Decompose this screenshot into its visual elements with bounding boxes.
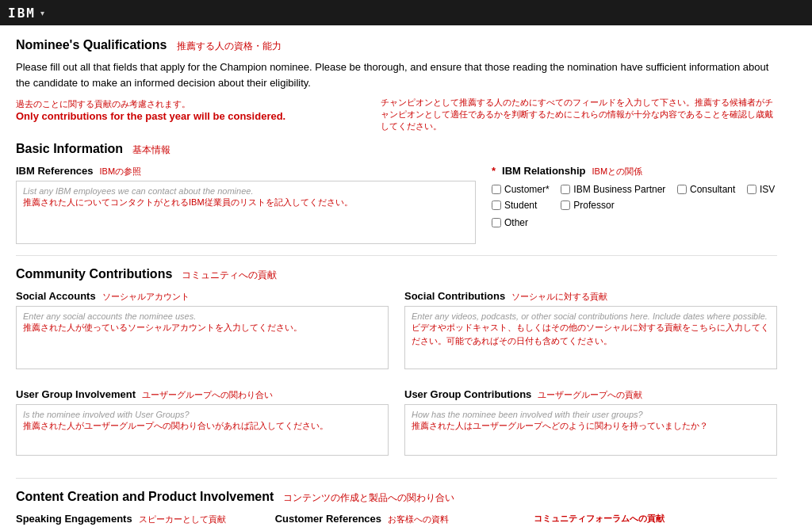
basic-info-section: Basic Information 基本情報 IBM References IB… [16,142,777,244]
student-checkbox[interactable] [492,200,501,210]
warning-row: 過去のことに関する貢献のみ考慮されます。 Only contributions … [16,97,777,132]
speaking-jp: スピーカーとして貢献 [139,514,226,525]
checkbox-customer[interactable]: Customer* [492,184,551,195]
ibm-references-jp-text: 推薦された人についてコンタクトがとれるIBM従業員のリストを記入してください。 [23,196,469,209]
user-group-jp-text: 推薦された人がユーザーグループへの関わり合いがあれば記入してください。 [23,419,381,433]
ibm-logo: IBM [8,6,36,21]
community-contributions-section: Community Contributions コミュニティへの貢献 Socia… [16,267,777,467]
isv-label: ISV [760,184,775,195]
social-contributions-label-text: Social Contributions [404,290,505,302]
customer-ref-label-text: Customer References [275,513,381,525]
ibm-references-label-text: IBM References [16,165,94,177]
community-heading: Community Contributions コミュニティへの貢献 [16,267,777,282]
customer-label: Customer* [504,184,550,195]
main-content: Nominee's Qualifications 推薦する人の資格・能力 Ple… [0,25,793,527]
intro-paragraph: Please fill out all that fields that app… [16,59,777,90]
basic-info-row: IBM References IBMの参照 List any IBM emplo… [16,165,777,244]
warning-left: 過去のことに関する貢献のみ考慮されます。 Only contributions … [16,97,349,132]
user-group-placeholder: Is the nominee involved with User Groups… [23,410,381,419]
consultant-checkbox[interactable] [677,185,687,194]
social-row: Social Accounts ソーシャルアカウント Enter any soc… [16,290,777,380]
content-creation-section: Content Creation and Product Involvement… [16,490,777,527]
speaking-label-text: Speaking Engagements [16,513,132,525]
social-accounts-placeholder: Enter any social accounts the nominee us… [23,311,381,321]
community-forum-jp: コミュニティフォーラムへの貢献 [534,513,665,525]
warning-right: チャンピオンとして推薦する人のためにすべてのフィールドを入力して下さい。推薦する… [381,97,777,132]
ibm-references-textarea-container: List any IBM employees we can contact ab… [16,181,476,244]
social-contributions-jp: ソーシャルに対する貢献 [511,291,607,303]
ibm-references-label: IBM References IBMの参照 [16,165,476,178]
community-forum-label: コミュニティフォーラムへの貢献 Community Forum Contribu… [534,513,777,527]
social-contributions-textarea-container: Enter any videos, podcasts, or other soc… [404,306,777,369]
customer-references-group: Customer References お客様への資料 Please list … [275,513,519,527]
social-accounts-label: Social Accounts ソーシャルアカウント [16,290,389,303]
ibm-bp-label: IBM Business Partner [573,184,665,195]
social-accounts-textarea-container: Enter any social accounts the nominee us… [16,306,389,369]
user-group-contributions-placeholder: How has the nominee been involved with t… [412,410,770,419]
ibm-relationship-jp: IBMとの関係 [592,166,643,178]
checkbox-other[interactable]: Other [492,217,551,228]
social-contributions-group: Social Contributions ソーシャルに対する貢献 Enter a… [404,290,777,369]
community-jp: コミュニティへの貢献 [182,269,277,282]
other-label: Other [504,217,528,228]
checkbox-consultant[interactable]: Consultant [677,184,737,195]
warning-en: Only contributions for the past year wil… [16,110,349,122]
section-divider-2 [16,478,777,479]
user-group-row: User Group Involvement ユーザーグループへの関わり合い I… [16,388,777,467]
user-group-contributions-textarea-container: How has the nominee been involved with t… [404,404,777,456]
user-group-contributions-group: User Group Contributions ユーザーグループへの貢献 Ho… [404,388,777,456]
user-group-jp: ユーザーグループへの関わり合い [142,389,273,401]
community-title: Community Contributions [16,267,172,281]
user-group-contributions-jp: ユーザーグループへの貢献 [538,389,642,401]
ibm-bp-checkbox[interactable] [561,185,570,194]
content-creation-jp: コンテンツの作成と製品への関わり合い [283,491,454,505]
customer-ref-label: Customer References お客様への資料 [275,513,519,525]
qualifications-heading: Nominee's Qualifications 推薦する人の資格・能力 [16,38,777,53]
social-accounts-jp-text: 推薦された人が使っているソーシャルアカウントを入力してください。 [23,321,381,334]
professor-label: Professor [573,200,614,211]
qualifications-jp: 推薦する人の資格・能力 [177,40,282,53]
content-creation-row: Speaking Engagements スピーカーとして貢献 Provide … [16,513,777,527]
speaking-label: Speaking Engagements スピーカーとして貢献 [16,513,259,525]
speaking-engagements-group: Speaking Engagements スピーカーとして貢献 Provide … [16,513,259,527]
ibm-references-placeholder: List any IBM employees we can contact ab… [23,186,469,196]
checkbox-ibmbp[interactable]: IBM Business Partner [561,184,668,195]
warning-jp-right: チャンピオンとして推薦する人のためにすべてのフィールドを入力して下さい。推薦する… [381,97,777,132]
user-group-contributions-label-text: User Group Contributions [404,388,531,400]
content-creation-heading: Content Creation and Product Involvement… [16,490,777,505]
customer-ref-jp: お客様への資料 [388,514,449,525]
user-group-label-text: User Group Involvement [16,388,136,400]
professor-checkbox[interactable] [561,200,570,210]
ibm-references-col: IBM References IBMの参照 List any IBM emplo… [16,165,476,244]
other-checkbox[interactable] [492,218,501,227]
checkbox-professor[interactable]: Professor [561,200,668,211]
basic-info-jp: 基本情報 [132,143,170,157]
student-label: Student [504,200,537,211]
ibm-relationship-label-text: IBM Relationship [502,165,585,177]
user-group-label: User Group Involvement ユーザーグループへの関わり合い [16,388,389,401]
user-group-textarea-container: Is the nominee involved with User Groups… [16,404,389,456]
ibm-relationship-col: * IBM Relationship IBMとの関係 Customer* IBM… [492,165,777,244]
ibm-references-jp: IBMの参照 [100,166,142,178]
customer-checkbox[interactable] [492,185,501,194]
chevron-down-icon[interactable]: ▾ [40,9,44,17]
social-contributions-label: Social Contributions ソーシャルに対する貢献 [404,290,777,303]
checkbox-isv[interactable]: ISV [747,184,777,195]
user-group-involvement-group: User Group Involvement ユーザーグループへの関わり合い I… [16,388,389,456]
section-divider-1 [16,255,777,256]
basic-info-heading: Basic Information 基本情報 [16,142,777,157]
top-navigation-bar: IBM ▾ [0,0,812,25]
isv-checkbox[interactable] [747,185,756,194]
checkbox-student[interactable]: Student [492,200,551,211]
social-accounts-group: Social Accounts ソーシャルアカウント Enter any soc… [16,290,389,369]
relationship-checkboxes: Customer* IBM Business Partner Consultan… [492,184,777,228]
warning-jp-left: 過去のことに関する貢献のみ考慮されます。 [16,98,349,110]
community-forum-group: コミュニティフォーラムへの貢献 Community Forum Contribu… [534,513,777,527]
consultant-label: Consultant [690,184,735,195]
required-star: * [492,165,496,177]
social-accounts-label-text: Social Accounts [16,290,96,302]
content-creation-title: Content Creation and Product Involvement [16,490,274,504]
ibm-relationship-label: * IBM Relationship IBMとの関係 [492,165,777,178]
social-accounts-jp: ソーシャルアカウント [102,291,190,303]
basic-info-title: Basic Information [16,142,123,156]
